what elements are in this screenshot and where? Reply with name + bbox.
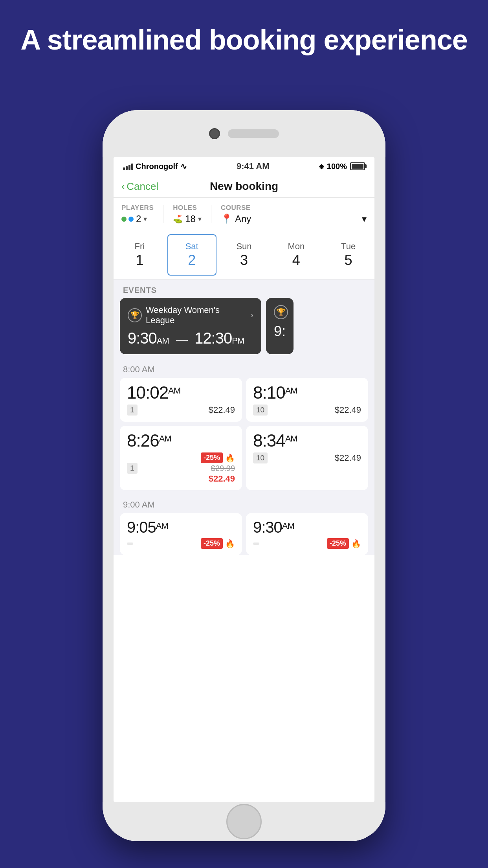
date-num-mon: 4	[292, 252, 300, 268]
original-price-826: $29.99	[211, 464, 235, 473]
slot-1002[interactable]: 10:02AM 1 $22.49	[120, 378, 242, 422]
status-left: Chronogolf ∿	[123, 162, 187, 171]
slot-holes-930	[253, 542, 259, 545]
signal-icon	[123, 163, 133, 170]
players-filter[interactable]: PLAYERS 2 ▾	[121, 204, 154, 224]
slot-time-905: 9:05AM	[127, 519, 235, 535]
carrier-label: Chronogolf	[136, 162, 178, 171]
events-list: 🏆 Weekday Women's League › 9:30AM — 12:3…	[114, 298, 374, 359]
course-filter[interactable]: COURSE 📍 Any ▾	[221, 204, 367, 224]
filters-row: PLAYERS 2 ▾ HOLES ⛳	[114, 198, 374, 231]
slot-826[interactable]: 8:26AM 1 -25% 🔥 $29.99 $22.49	[120, 426, 242, 490]
fire-icon-826: 🔥	[225, 453, 235, 463]
player-dot-1	[121, 217, 127, 222]
slots-grid-9am: 9:05AM -25% 🔥 9:30AM	[114, 513, 374, 555]
slot-price-834: $22.49	[335, 453, 361, 463]
slot-bottom-826: 1 -25% 🔥 $29.99 $22.49	[127, 452, 235, 484]
event-start-time: 9:30AM — 12:30PM	[128, 329, 244, 347]
page-title: New booking	[210, 180, 278, 193]
hero-title: A streamlined booking experience	[0, 24, 488, 56]
slot-bottom-810: 10 $22.49	[253, 405, 361, 416]
date-day-sun: Sun	[236, 241, 251, 252]
nav-bar: ‹ Cancel New booking	[114, 175, 374, 198]
phone-screen: Chronogolf ∿ 9:41 AM ⎈ 100% ‹	[114, 157, 374, 802]
holes-filter[interactable]: HOLES ⛳ 18 ▾	[173, 204, 202, 224]
course-pin-icon: 📍	[221, 213, 233, 224]
trophy-icon-2: 🏆	[274, 305, 288, 319]
date-picker: Fri 1 Sat 2 Sun 3 Mon 4 Tue 5	[114, 231, 374, 280]
course-name: Any	[235, 213, 251, 224]
date-num-fri: 1	[136, 252, 143, 268]
status-right: ⎈ 100%	[319, 162, 365, 171]
home-button[interactable]	[226, 804, 262, 839]
battery-label: 100%	[327, 162, 347, 171]
status-bar: Chronogolf ∿ 9:41 AM ⎈ 100%	[114, 157, 374, 175]
date-day-fri: Fri	[135, 241, 145, 252]
hero-section: A streamlined booking experience	[0, 0, 488, 72]
date-cell-sun[interactable]: Sun 3	[220, 234, 269, 276]
wifi-icon: ∿	[180, 162, 187, 171]
slot-holes-834: 10	[253, 452, 268, 463]
date-num-sun: 3	[240, 252, 248, 268]
slot-bottom-834: 10 $22.49	[253, 452, 361, 463]
date-cell-fri[interactable]: Fri 1	[115, 234, 164, 276]
slot-834[interactable]: 8:34AM 10 $22.49	[246, 426, 368, 490]
fire-icon-905: 🔥	[225, 539, 235, 548]
filter-divider-1	[163, 205, 163, 223]
battery-icon	[350, 162, 365, 170]
event-title-row: 🏆 Weekday Women's League ›	[128, 305, 253, 326]
discounted-price-826: $22.49	[209, 474, 235, 484]
slot-time-930: 9:30AM	[253, 519, 361, 535]
slot-bottom-905: -25% 🔥	[127, 538, 235, 549]
events-label: EVENTS	[123, 286, 157, 294]
holes-label: HOLES	[173, 204, 202, 212]
event-card-partial: 🏆 9:	[266, 298, 294, 354]
bluetooth-icon: ⎈	[319, 162, 324, 171]
time-group-9am: 9:00 AM	[114, 494, 374, 513]
camera-icon	[209, 128, 220, 139]
slot-810[interactable]: 8:10AM 10 $22.49	[246, 378, 368, 422]
phone-top-bar	[103, 110, 385, 157]
course-label: COURSE	[221, 204, 367, 212]
holes-count: 18	[185, 213, 196, 224]
date-cell-sat[interactable]: Sat 2	[167, 234, 216, 276]
home-button-area	[103, 802, 385, 841]
event-chevron-icon: ›	[251, 310, 253, 320]
time-group-9am-label: 9:00 AM	[123, 500, 155, 509]
speaker-grill	[228, 129, 279, 138]
cancel-label: Cancel	[127, 180, 158, 193]
fire-icon-930: 🔥	[351, 539, 361, 548]
player-dots	[121, 217, 134, 222]
discount-badge-826: -25%	[201, 452, 223, 463]
discount-row-826: -25% 🔥	[201, 452, 235, 463]
slot-holes-905	[127, 542, 133, 545]
filter-divider-2	[211, 205, 211, 223]
cancel-button[interactable]: ‹ Cancel	[121, 180, 158, 193]
date-day-tue: Tue	[341, 241, 356, 252]
course-dropdown-icon: ▾	[362, 213, 367, 224]
players-value-row: 2 ▾	[121, 213, 154, 224]
date-cell-tue[interactable]: Tue 5	[324, 234, 373, 276]
slot-905[interactable]: 9:05AM -25% 🔥	[120, 513, 242, 555]
slot-time-834: 8:34AM	[253, 432, 361, 449]
date-cell-mon[interactable]: Mon 4	[272, 234, 321, 276]
trophy-icon: 🏆	[128, 308, 142, 322]
time-group-8am: 8:00 AM	[114, 359, 374, 378]
events-section-header: EVENTS	[114, 280, 374, 298]
players-dropdown-icon: ▾	[143, 215, 147, 223]
event-card-1[interactable]: 🏆 Weekday Women's League › 9:30AM — 12:3…	[120, 298, 261, 354]
slot-time-810: 8:10AM	[253, 384, 361, 401]
slot-time-1002: 10:02AM	[127, 384, 235, 401]
players-label: PLAYERS	[121, 204, 154, 212]
slot-price-1002: $22.49	[209, 405, 235, 415]
time-label: 9:41 AM	[237, 161, 270, 171]
discount-badge-930: -25%	[327, 538, 349, 549]
players-count: 2	[136, 213, 141, 224]
discount-row-905: -25% 🔥	[201, 538, 235, 549]
slot-holes-826: 1	[127, 463, 138, 474]
slot-930[interactable]: 9:30AM -25% 🔥	[246, 513, 368, 555]
tee-icon: ⛳	[173, 214, 183, 224]
slot-time-826: 8:26AM	[127, 432, 235, 449]
event-name: Weekday Women's League	[146, 305, 247, 326]
course-value-row: 📍 Any ▾	[221, 213, 367, 224]
